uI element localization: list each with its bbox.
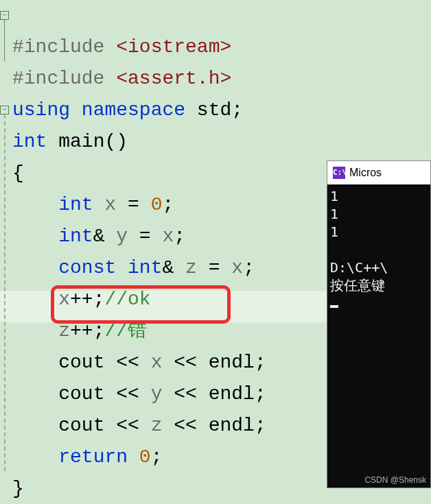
- code-area[interactable]: #include <iostream> #include <assert.h> …: [12, 0, 266, 504]
- console-icon: C:\: [333, 167, 345, 179]
- code-line: int x = 0;: [12, 194, 174, 215]
- code-line: {: [12, 163, 24, 184]
- code-line: const int& z = x;: [12, 257, 255, 278]
- fold-toggle-icon[interactable]: −: [0, 11, 9, 20]
- console-output: 1 1 1 D:\C++\ 按任意键: [327, 184, 430, 315]
- fold-line: [4, 20, 5, 61]
- watermark: CSDN @Shensk: [364, 475, 426, 485]
- console-cursor: [330, 305, 338, 308]
- code-line: return 0;: [12, 446, 162, 468]
- code-line: int& y = x;: [12, 226, 185, 247]
- console-window: C:\ Micros 1 1 1 D:\C++\ 按任意键 CSDN @Shen…: [327, 160, 431, 488]
- code-line: int main(): [12, 131, 128, 152]
- annotation-box: [51, 285, 231, 324]
- code-line: cout << z << endl;: [12, 415, 266, 436]
- code-line: using namespace std;: [12, 99, 243, 121]
- code-line: }: [12, 478, 24, 499]
- gutter: − −: [0, 0, 11, 504]
- code-line: #include <assert.h>: [12, 68, 231, 89]
- code-line: cout << x << endl;: [12, 352, 266, 373]
- console-titlebar[interactable]: C:\ Micros: [327, 161, 430, 184]
- fold-toggle-icon[interactable]: −: [0, 106, 9, 115]
- fold-line: [4, 115, 5, 471]
- console-title: Micros: [349, 167, 382, 179]
- code-line: cout << y << endl;: [12, 383, 266, 405]
- code-line: #include <iostream>: [12, 36, 231, 58]
